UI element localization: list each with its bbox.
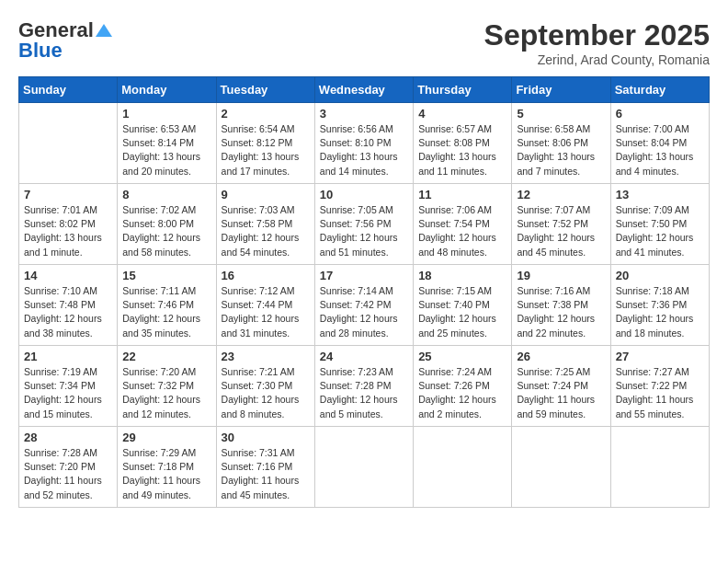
day-info: Sunrise: 7:07 AM Sunset: 7:52 PM Dayligh… [517,203,605,259]
day-cell: 13Sunrise: 7:09 AM Sunset: 7:50 PM Dayli… [610,184,709,265]
day-number: 24 [320,350,408,363]
day-cell: 23Sunrise: 7:21 AM Sunset: 7:30 PM Dayli… [216,346,314,427]
day-number: 7 [24,188,112,201]
day-cell: 19Sunrise: 7:16 AM Sunset: 7:38 PM Dayli… [512,265,610,346]
day-number: 13 [616,188,704,201]
day-info: Sunrise: 7:00 AM Sunset: 8:04 PM Dayligh… [616,122,704,178]
day-number: 17 [320,269,408,282]
day-number: 4 [418,107,506,121]
day-cell: 21Sunrise: 7:19 AM Sunset: 7:34 PM Dayli… [19,346,118,427]
day-info: Sunrise: 7:20 AM Sunset: 7:32 PM Dayligh… [122,365,210,421]
day-cell: 20Sunrise: 7:18 AM Sunset: 7:36 PM Dayli… [610,265,709,346]
day-info: Sunrise: 7:31 AM Sunset: 7:16 PM Dayligh… [222,446,310,502]
calendar-header-row: SundayMondayTuesdayWednesdayThursdayFrid… [19,77,710,103]
day-info: Sunrise: 7:28 AM Sunset: 7:20 PM Dayligh… [24,446,112,502]
day-info: Sunrise: 7:09 AM Sunset: 7:50 PM Dayligh… [616,203,704,259]
day-number: 8 [122,188,210,201]
day-info: Sunrise: 7:23 AM Sunset: 7:28 PM Dayligh… [320,365,408,421]
col-header-thursday: Thursday [414,77,512,103]
day-cell [512,427,610,508]
day-cell: 4Sunrise: 6:57 AM Sunset: 8:08 PM Daylig… [414,103,512,184]
day-info: Sunrise: 7:01 AM Sunset: 8:02 PM Dayligh… [24,203,112,259]
day-number: 5 [517,107,605,121]
col-header-monday: Monday [118,77,216,103]
day-cell: 6Sunrise: 7:00 AM Sunset: 8:04 PM Daylig… [610,103,709,184]
day-cell [610,427,709,508]
day-info: Sunrise: 7:10 AM Sunset: 7:48 PM Dayligh… [24,284,112,340]
day-number: 21 [24,350,112,363]
day-number: 9 [222,188,310,201]
day-info: Sunrise: 7:19 AM Sunset: 7:34 PM Dayligh… [24,365,112,421]
svg-marker-0 [96,24,112,37]
day-info: Sunrise: 6:58 AM Sunset: 8:06 PM Dayligh… [517,122,605,178]
col-header-friday: Friday [512,77,610,103]
week-row-1: 1Sunrise: 6:53 AM Sunset: 8:14 PM Daylig… [19,103,710,184]
day-number: 10 [320,188,408,201]
day-info: Sunrise: 7:02 AM Sunset: 8:00 PM Dayligh… [122,203,210,259]
day-cell [414,427,512,508]
day-cell [19,103,118,184]
day-cell: 29Sunrise: 7:29 AM Sunset: 7:18 PM Dayli… [118,427,216,508]
day-cell: 11Sunrise: 7:06 AM Sunset: 7:54 PM Dayli… [414,184,512,265]
day-info: Sunrise: 7:03 AM Sunset: 7:58 PM Dayligh… [222,203,310,259]
day-number: 26 [517,350,605,363]
day-cell: 10Sunrise: 7:05 AM Sunset: 7:56 PM Dayli… [314,184,413,265]
day-number: 16 [222,269,310,282]
day-number: 3 [320,107,408,121]
day-number: 14 [24,269,112,282]
day-info: Sunrise: 7:27 AM Sunset: 7:22 PM Dayligh… [616,365,704,421]
day-cell: 9Sunrise: 7:03 AM Sunset: 7:58 PM Daylig… [216,184,314,265]
day-cell: 7Sunrise: 7:01 AM Sunset: 8:02 PM Daylig… [19,184,118,265]
day-info: Sunrise: 7:15 AM Sunset: 7:40 PM Dayligh… [418,284,506,340]
day-number: 30 [222,431,310,444]
day-cell: 28Sunrise: 7:28 AM Sunset: 7:20 PM Dayli… [19,427,118,508]
day-info: Sunrise: 6:56 AM Sunset: 8:10 PM Dayligh… [320,122,408,178]
day-cell: 17Sunrise: 7:14 AM Sunset: 7:42 PM Dayli… [314,265,413,346]
day-info: Sunrise: 7:18 AM Sunset: 7:36 PM Dayligh… [616,284,704,340]
day-info: Sunrise: 7:21 AM Sunset: 7:30 PM Dayligh… [222,365,310,421]
day-number: 18 [418,269,506,282]
day-number: 23 [222,350,310,363]
day-number: 2 [222,107,310,121]
day-info: Sunrise: 6:53 AM Sunset: 8:14 PM Dayligh… [122,122,210,178]
day-info: Sunrise: 6:57 AM Sunset: 8:08 PM Dayligh… [418,122,506,178]
day-number: 19 [517,269,605,282]
week-row-5: 28Sunrise: 7:28 AM Sunset: 7:20 PM Dayli… [19,427,710,508]
day-cell: 18Sunrise: 7:15 AM Sunset: 7:40 PM Dayli… [414,265,512,346]
day-number: 15 [122,269,210,282]
day-number: 22 [122,350,210,363]
day-cell: 24Sunrise: 7:23 AM Sunset: 7:28 PM Dayli… [314,346,413,427]
day-cell: 26Sunrise: 7:25 AM Sunset: 7:24 PM Dayli… [512,346,610,427]
day-info: Sunrise: 7:14 AM Sunset: 7:42 PM Dayligh… [320,284,408,340]
day-number: 20 [616,269,704,282]
week-row-2: 7Sunrise: 7:01 AM Sunset: 8:02 PM Daylig… [19,184,710,265]
day-cell: 30Sunrise: 7:31 AM Sunset: 7:16 PM Dayli… [216,427,314,508]
day-cell: 16Sunrise: 7:12 AM Sunset: 7:44 PM Dayli… [216,265,314,346]
day-info: Sunrise: 6:54 AM Sunset: 8:12 PM Dayligh… [222,122,310,178]
day-cell: 3Sunrise: 6:56 AM Sunset: 8:10 PM Daylig… [314,103,413,184]
logo-blue: Blue [18,39,63,63]
week-row-3: 14Sunrise: 7:10 AM Sunset: 7:48 PM Dayli… [19,265,710,346]
day-info: Sunrise: 7:11 AM Sunset: 7:46 PM Dayligh… [122,284,210,340]
day-cell: 5Sunrise: 6:58 AM Sunset: 8:06 PM Daylig… [512,103,610,184]
location: Zerind, Arad County, Romania [484,52,710,67]
day-number: 1 [122,107,210,121]
day-cell: 12Sunrise: 7:07 AM Sunset: 7:52 PM Dayli… [512,184,610,265]
day-cell: 8Sunrise: 7:02 AM Sunset: 8:00 PM Daylig… [118,184,216,265]
day-cell: 2Sunrise: 6:54 AM Sunset: 8:12 PM Daylig… [216,103,314,184]
calendar-table: SundayMondayTuesdayWednesdayThursdayFrid… [18,76,710,508]
day-cell: 27Sunrise: 7:27 AM Sunset: 7:22 PM Dayli… [610,346,709,427]
day-number: 27 [616,350,704,363]
day-number: 25 [418,350,506,363]
col-header-wednesday: Wednesday [314,77,413,103]
day-info: Sunrise: 7:16 AM Sunset: 7:38 PM Dayligh… [517,284,605,340]
week-row-4: 21Sunrise: 7:19 AM Sunset: 7:34 PM Dayli… [19,346,710,427]
day-cell: 22Sunrise: 7:20 AM Sunset: 7:32 PM Dayli… [118,346,216,427]
day-cell: 15Sunrise: 7:11 AM Sunset: 7:46 PM Dayli… [118,265,216,346]
day-info: Sunrise: 7:24 AM Sunset: 7:26 PM Dayligh… [418,365,506,421]
day-cell [314,427,413,508]
title-area: September 2025 Zerind, Arad County, Roma… [484,18,710,67]
day-number: 28 [24,431,112,444]
month-title: September 2025 [484,18,710,52]
col-header-sunday: Sunday [19,77,118,103]
